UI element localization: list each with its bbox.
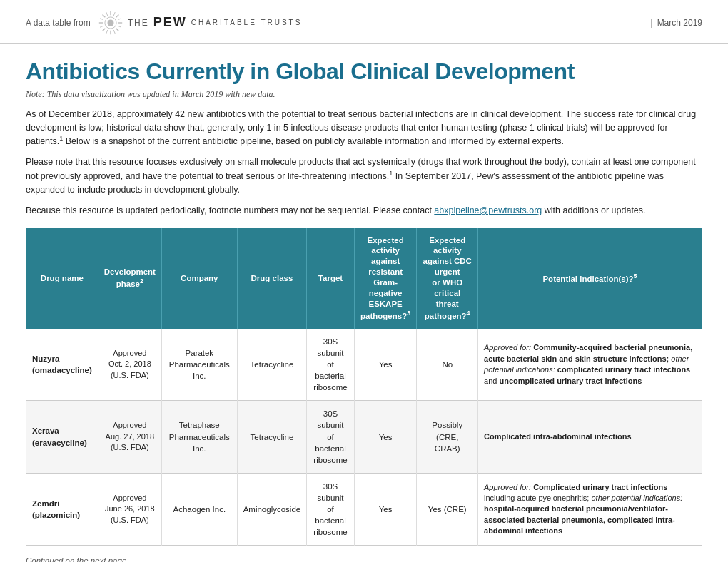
note-text: Note: This data visualization was update… — [26, 88, 702, 101]
table-row: Zemdri(plazomicin) ApprovedJune 26, 2018… — [26, 473, 702, 545]
col-company: Company — [161, 228, 237, 329]
table-row: Nuzyra(omadacycline) ApprovedOct. 2, 201… — [26, 329, 702, 401]
gram-negative-cell: Yes — [354, 473, 417, 545]
svg-line-14 — [100, 26, 103, 27]
table-header-row: Drug name Developmentphase2 Company Drug… — [26, 228, 702, 329]
charitable-text: CHARITABLE TRUSTS — [191, 18, 303, 28]
cdc-who-cell: No — [417, 329, 478, 401]
col-target: Target — [307, 228, 355, 329]
target-cell: 30S subunitof bacterialribosome — [307, 401, 355, 473]
body-paragraph-2: Please note that this resource focuses e… — [26, 155, 702, 196]
svg-line-15 — [118, 19, 121, 20]
target-cell: 30S subunitof bacterialribosome — [307, 329, 355, 401]
drug-name-cell: Nuzyra(omadacycline) — [26, 329, 98, 401]
header-right: | March 2019 — [651, 17, 703, 29]
drug-class-cell: Tetracycline — [237, 401, 307, 473]
svg-point-17 — [107, 20, 113, 26]
cdc-who-cell: Possibly (CRE, CRAB) — [417, 401, 478, 473]
gram-negative-cell: Yes — [354, 329, 417, 401]
header-date: March 2019 — [657, 17, 702, 29]
svg-line-6 — [116, 15, 118, 18]
svg-line-8 — [106, 12, 108, 16]
body-paragraph-1: As of December 2018, approximately 42 ne… — [26, 108, 702, 148]
data-table-wrapper: Drug name Developmentphase2 Company Drug… — [26, 228, 702, 547]
svg-line-10 — [113, 12, 115, 16]
page: A data table from — [0, 0, 728, 562]
svg-line-9 — [113, 30, 115, 34]
svg-line-12 — [100, 19, 103, 20]
potential-ind-cell: Complicated intra-abdominal infections — [478, 401, 702, 473]
dev-phase-cell: ApprovedAug. 27, 2018(U.S. FDA) — [98, 401, 161, 473]
drug-class-cell: Tetracycline — [237, 329, 307, 401]
gram-negative-cell: Yes — [354, 401, 417, 473]
pew-logo: THE PEW CHARITABLE TRUSTS — [98, 10, 303, 36]
the-label: THE — [128, 17, 149, 29]
pew-text: PEW — [153, 14, 187, 31]
contact-email-link[interactable]: abxpipeline@pewtrusts.org — [434, 205, 542, 215]
dev-phase-cell: ApprovedOct. 2, 2018(U.S. FDA) — [98, 329, 161, 401]
svg-line-5 — [116, 29, 118, 31]
col-gram-negative: Expectedactivity againstresistant Gram-n… — [354, 228, 417, 329]
header: A data table from — [0, 0, 728, 44]
footer-note: Continued on the next page — [26, 555, 702, 562]
drug-name-cell: Xerava(eravacycline) — [26, 401, 98, 473]
dev-phase-cell: ApprovedJune 26, 2018(U.S. FDA) — [98, 473, 161, 545]
header-prefix: A data table from — [26, 17, 91, 29]
svg-line-11 — [106, 30, 108, 34]
col-drug-name: Drug name — [26, 228, 98, 329]
company-cell: ParatekPharmaceuticals Inc. — [161, 329, 237, 401]
col-potential-ind: Potential indication(s)?5 — [478, 228, 702, 329]
sunburst-icon — [98, 10, 123, 36]
page-title: Antibiotics Currently in Global Clinical… — [26, 59, 702, 84]
drug-class-cell: Aminoglycoside — [237, 473, 307, 545]
company-cell: TetraphasePharmaceuticals Inc. — [161, 401, 237, 473]
col-cdc-who: Expected activityagainst CDC urgentor WH… — [417, 228, 478, 329]
potential-ind-cell: Approved for: Complicated urinary tract … — [478, 473, 702, 545]
svg-line-4 — [102, 15, 105, 18]
col-drug-class: Drug class — [237, 228, 307, 329]
svg-line-7 — [102, 29, 105, 31]
table-row: Xerava(eravacycline) ApprovedAug. 27, 20… — [26, 401, 702, 473]
potential-ind-cell: Approved for: Community-acquired bacteri… — [478, 329, 702, 401]
col-dev-phase: Developmentphase2 — [98, 228, 161, 329]
drug-name-cell: Zemdri(plazomicin) — [26, 473, 98, 545]
header-separator: | — [651, 17, 653, 29]
antibiotics-table: Drug name Developmentphase2 Company Drug… — [26, 228, 702, 546]
svg-line-13 — [118, 26, 121, 27]
target-cell: 30S subunitof bacterialribosome — [307, 473, 355, 545]
company-cell: Achaogen Inc. — [161, 473, 237, 545]
main-content: Antibiotics Currently in Global Clinical… — [0, 44, 728, 562]
body-paragraph-3: Because this resource is updated periodi… — [26, 204, 702, 218]
header-left: A data table from — [26, 10, 302, 36]
cdc-who-cell: Yes (CRE) — [417, 473, 478, 545]
